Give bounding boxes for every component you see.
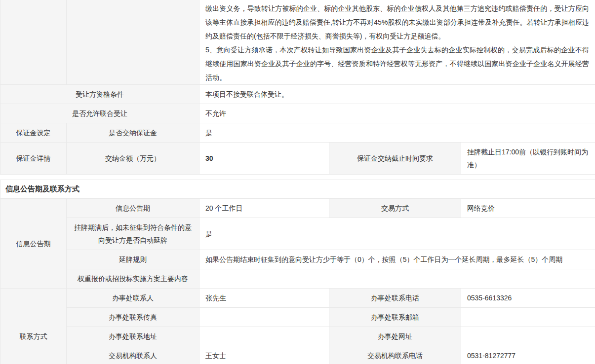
deposit-required-label: 是否交纳保证金 [67,123,199,143]
section-header-row: 信息公告期及联系方式 [0,180,595,199]
office-fax-label: 办事处联系传真 [67,308,199,327]
deposit-amount-value: 30 [199,143,329,175]
office-address-value-empty [199,327,329,346]
clause-group-cell-empty [0,0,67,85]
agency-phone-value: 0531-81272777 [461,346,595,364]
office-fax-value-empty [199,308,329,327]
section-gap [0,175,595,180]
deposit-detail-row: 保证金详情 交纳金额（万元） 30 保证金交纳截止时间要求 挂牌截止日17:00… [0,143,595,175]
announcement-group-label: 信息公告期 [0,199,67,289]
office-fax-row: 办事处联系传真 办事处联系邮箱 [0,308,595,327]
agency-contact-label: 交易机构联系人 [67,346,199,364]
agency-contact-row: 交易机构联系人 王女士 交易机构联系电话 0531-81272777 [0,346,595,364]
office-phone-label: 办事处联系电话 [329,289,461,308]
extend-rule-label: 延牌规则 [67,250,199,269]
qualification-row: 受让方资格条件 本项目不接受联合体受让。 [0,85,595,104]
transfer-terms-table: 缴出资义务，导致转让方被标的企业、标的企业其他股东、标的企业债权人及其他第三方追… [0,0,595,175]
auto-extend-value: 是 [199,218,595,250]
office-email-value-empty [461,308,595,327]
agency-contact-value: 王女士 [199,346,329,364]
deposit-deadline-value: 挂牌截止日17:00前（以银行到账时间为准） [461,143,595,175]
weighted-bid-row: 权重报价或招投标实施方案主要内容 [0,269,595,289]
deposit-amount-label: 交纳金额（万元） [67,143,199,175]
section-title: 信息公告期及联系方式 [0,180,595,199]
auto-extend-row: 挂牌期满后，如未征集到符合条件的意向受让方是否自动延牌 是 [0,218,595,250]
deposit-required-value: 是 [199,123,595,143]
office-contact-row: 联系方式 办事处联系人 张先生 办事处联系电话 0535-6613326 [0,289,595,308]
joint-transfer-row: 是否允许联合受让 不允许 [0,104,595,123]
auto-extend-label: 挂牌期满后，如未征集到符合条件的意向受让方是否自动延牌 [67,218,199,250]
office-email-label: 办事处联系邮箱 [329,308,461,327]
listing-detail-page: 缴出资义务，导致转让方被标的企业、标的企业其他股东、标的企业债权人及其他第三方追… [0,0,595,364]
trade-mode-value: 网络竞价 [461,199,595,218]
office-contact-value: 张先生 [199,289,329,308]
contacts-group-label: 联系方式 [0,289,67,364]
office-contact-label: 办事处联系人 [67,289,199,308]
clause-row: 缴出资义务，导致转让方被标的企业、标的企业其他股东、标的企业债权人及其他第三方追… [0,0,595,85]
trade-mode-label: 交易方式 [329,199,461,218]
joint-transfer-value: 不允许 [199,104,595,123]
deposit-detail-group-label: 保证金详情 [0,143,67,175]
period-label: 信息公告期 [67,199,199,218]
clause-label-cell-empty [67,0,199,85]
deposit-deadline-label: 保证金交纳截止时间要求 [329,143,461,175]
office-address-label: 办事处联系地址 [67,327,199,346]
clause-paragraph-2: 5、意向受让方须承诺，本次产权转让如导致国家出资企业及其子企业失去标的企业实际控… [205,43,589,84]
deposit-required-row: 保证金设定 是否交纳保证金 是 [0,123,595,143]
office-phone-value: 0535-6613326 [461,289,595,308]
office-website-label: 办事处网址 [329,327,461,346]
clause-value-cell: 缴出资义务，导致转让方被标的企业、标的企业其他股东、标的企业债权人及其他第三方追… [199,0,595,85]
joint-transfer-label: 是否允许联合受让 [0,104,199,123]
office-address-row: 办事处联系地址 办事处网址 [0,327,595,346]
office-website-value-empty [461,327,595,346]
extend-rule-value: 如果公告期结束时征集到的意向受让方少于等于（0）个，按照（5）个工作日为一个延长… [199,250,595,269]
qualification-value: 本项目不接受联合体受让。 [199,85,595,104]
qualification-label: 受让方资格条件 [0,85,199,104]
extend-rule-row: 延牌规则 如果公告期结束时征集到的意向受让方少于等于（0）个，按照（5）个工作日… [0,250,595,269]
weighted-bid-label: 权重报价或招投标实施方案主要内容 [67,269,199,289]
deposit-setting-group-label: 保证金设定 [0,123,67,143]
period-value: 20 个工作日 [199,199,329,218]
announcement-period-row: 信息公告期 信息公告期 20 个工作日 交易方式 网络竞价 [0,199,595,218]
clause-paragraph-1: 缴出资义务，导致转让方被标的企业、标的企业其他股东、标的企业债权人及其他第三方追… [205,1,589,43]
announcement-contacts-table: 信息公告期及联系方式 信息公告期 信息公告期 20 个工作日 交易方式 网络竞价… [0,180,595,364]
weighted-bid-value-empty [199,269,595,289]
agency-phone-label: 交易机构联系电话 [329,346,461,364]
